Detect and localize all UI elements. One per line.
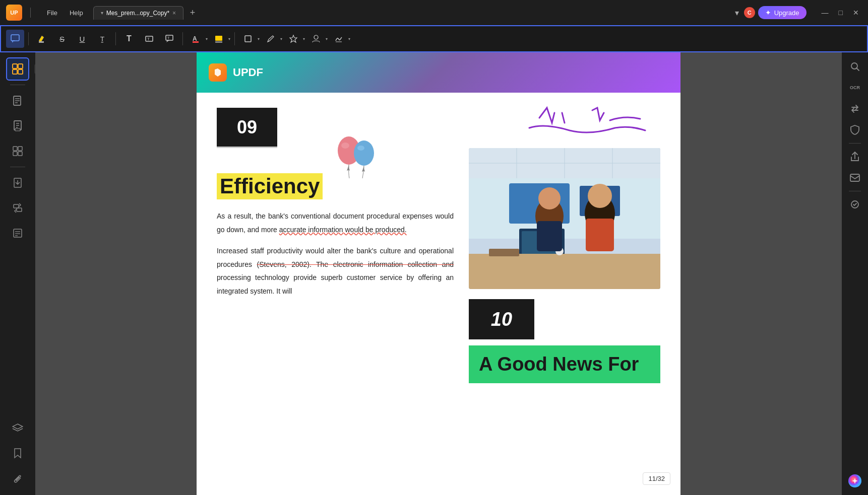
svg-point-13 (314, 35, 318, 39)
underline-icon: U (80, 35, 85, 43)
signature-button[interactable] (330, 30, 348, 48)
pdf-header-banner: UPDF (197, 52, 680, 93)
sidebar-item-layers[interactable] (6, 416, 29, 440)
upgrade-button[interactable]: ✦ Upgrade (758, 6, 807, 19)
sidebar-item-pages[interactable] (6, 89, 29, 112)
sidebar-item-bookmarks2[interactable] (6, 442, 29, 465)
svg-rect-28 (13, 147, 17, 151)
minimize-button[interactable]: — (819, 8, 832, 18)
svg-rect-8 (215, 36, 222, 41)
sidebar-item-attachment[interactable] (6, 467, 29, 490)
main-content: Comment (0, 52, 868, 495)
left-sidebar: Comment (0, 52, 35, 495)
purple-drawing-svg (469, 98, 660, 148)
ocr-icon: OCR (850, 85, 860, 90)
right-sidebar-email[interactable] (846, 169, 864, 187)
tabs-dropdown-button[interactable]: ▾ (735, 8, 739, 18)
page-number-box: 09 (217, 108, 277, 148)
right-sidebar-ocr[interactable]: OCR (846, 79, 864, 97)
sticker-group: ▾ (284, 30, 305, 48)
pen-group: ▾ (262, 30, 282, 48)
right-sidebar-share[interactable] (846, 148, 864, 166)
upgrade-label: Upgrade (774, 9, 799, 17)
svg-rect-55 (469, 254, 660, 289)
svg-point-59 (538, 187, 561, 209)
new-tab-button[interactable]: + (185, 6, 200, 20)
strikethrough-tool-button[interactable]: S (53, 30, 71, 48)
shape-button[interactable] (239, 30, 257, 48)
svg-rect-63 (586, 219, 614, 251)
maximize-button[interactable]: □ (836, 8, 846, 18)
userstamp-button[interactable] (307, 30, 325, 48)
text-tool-button[interactable]: T (120, 30, 138, 48)
window-controls: — □ ✕ (819, 8, 862, 18)
svg-rect-56 (489, 249, 519, 256)
balloon-area (217, 158, 454, 208)
svg-point-41 (341, 143, 349, 149)
font-color-button[interactable]: A (187, 30, 205, 48)
menu-file[interactable]: File (42, 7, 63, 19)
menu-help[interactable]: Help (65, 7, 88, 19)
svg-text:T: T (167, 36, 170, 40)
svg-rect-66 (850, 174, 859, 181)
balloons-svg (328, 128, 388, 188)
highlight-color-button[interactable] (210, 30, 228, 48)
callout-tool-button[interactable]: T (160, 30, 178, 48)
right-sidebar-ai[interactable] (846, 472, 864, 490)
squiggly-icon: T̰ (100, 35, 104, 43)
sticker-arrow[interactable]: ▾ (303, 37, 305, 41)
svg-text:T: T (147, 37, 150, 41)
office-image (469, 148, 660, 289)
toolbar-divider-4 (234, 32, 235, 45)
strikethrough-icon: S (59, 35, 65, 43)
svg-rect-16 (18, 64, 23, 68)
sidebar-item-thumbnail[interactable]: Comment (6, 57, 29, 81)
tab-close-icon[interactable]: × (172, 10, 176, 17)
highlight-tool-button[interactable] (33, 30, 51, 48)
pdf-content-area: 09 (197, 93, 680, 398)
pdf-left-column: 09 (217, 108, 454, 383)
text-icon: T (127, 34, 132, 43)
right-sidebar-sep-1 (849, 143, 861, 144)
right-sidebar-save[interactable] (846, 195, 864, 214)
shape-arrow[interactable]: ▾ (258, 37, 260, 41)
comment-tool-button[interactable] (6, 30, 24, 48)
highlight-color-arrow[interactable]: ▾ (228, 37, 230, 41)
textbox-tool-button[interactable]: T (140, 30, 158, 48)
office-scene-svg (469, 148, 660, 289)
sidebar-bottom (6, 416, 29, 490)
squiggly-tool-button[interactable]: T̰ (93, 30, 111, 48)
color-picker-arrow[interactable]: ▾ (206, 37, 208, 41)
pen-arrow[interactable]: ▾ (280, 37, 282, 41)
right-sidebar-convert[interactable] (846, 100, 864, 118)
highlight-color-group: ▾ (210, 30, 230, 48)
sidebar-item-extract[interactable] (6, 171, 29, 194)
shape-group: ▾ (239, 30, 260, 48)
right-sidebar-bottom (846, 472, 864, 490)
svg-rect-17 (13, 69, 17, 74)
page-number-box-2: 10 (469, 299, 534, 339)
sidebar-item-bookmarks[interactable] (6, 114, 29, 137)
right-sidebar-protect[interactable] (846, 121, 864, 139)
sidebar-item-review[interactable] (6, 222, 29, 245)
app-logo: UP (6, 5, 36, 21)
svg-rect-31 (18, 152, 22, 156)
close-button[interactable]: ✕ (850, 8, 862, 18)
sticker-button[interactable] (284, 30, 302, 48)
pdf-body-text-1: As a result, the bank's conventional doc… (217, 209, 454, 236)
pdf-updf-brand: UPDF (233, 66, 263, 79)
underline-tool-button[interactable]: U (73, 30, 91, 48)
active-tab[interactable]: ▾ Mes_prem...opy_Copy* × (93, 6, 183, 20)
signature-group: ▾ (330, 30, 350, 48)
menu-bar: File Help (42, 7, 88, 19)
sidebar-item-organize[interactable] (6, 139, 29, 163)
signature-arrow[interactable]: ▾ (348, 37, 350, 41)
pdf-body-text-2: Increased staff productivity would alter… (217, 244, 454, 298)
right-sidebar-search[interactable] (846, 57, 864, 76)
page-indicator: 11/32 (643, 472, 670, 485)
svg-rect-60 (537, 221, 562, 251)
pen-button[interactable] (262, 30, 280, 48)
pdf-scroll-container[interactable]: UPDF 09 (35, 52, 842, 495)
userstamp-arrow[interactable]: ▾ (326, 37, 328, 41)
sidebar-item-replace[interactable] (6, 196, 29, 220)
